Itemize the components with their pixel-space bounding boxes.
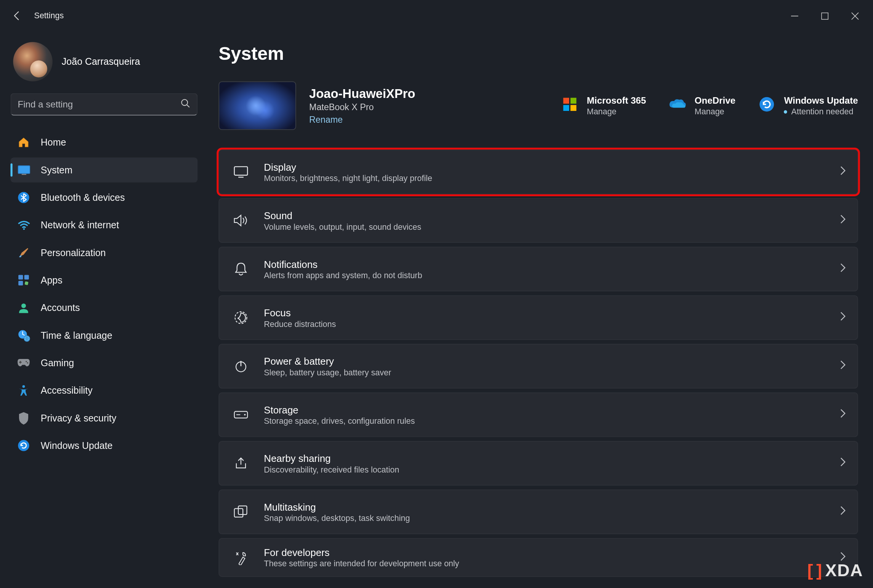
card-nearby-sharing[interactable]: Nearby sharingDiscoverability, received … [218,441,858,485]
nav-label: Network & internet [41,220,119,231]
nav-label: Accessibility [41,385,93,396]
svg-rect-12 [18,281,23,285]
watermark: []XDA [807,561,863,581]
wifi-icon [17,218,30,231]
quick-sub: Attention needed [784,107,858,116]
svg-rect-7 [21,173,26,175]
svg-rect-13 [24,281,28,285]
nav-home[interactable]: Home [11,130,198,155]
svg-point-19 [22,385,25,388]
nav-gaming[interactable]: Gaming [11,351,198,375]
nav-accounts[interactable]: Accounts [11,295,198,320]
card-sub: Storage space, drives, configuration rul… [264,417,840,426]
nav-network[interactable]: Network & internet [11,213,198,237]
apps-icon [17,274,30,287]
user-profile[interactable]: João Carrasqueira [11,37,201,93]
svg-rect-22 [570,98,576,104]
device-thumbnail[interactable] [218,82,296,130]
main-content: System Joao-HuaweiXPro MateBook X Pro Re… [200,32,872,586]
card-notifications[interactable]: NotificationsAlerts from apps and system… [218,247,858,291]
card-for-developers[interactable]: For developersThese settings are intende… [218,538,858,577]
onedrive-icon [668,95,687,114]
chevron-right-icon [840,263,846,275]
nav-apps[interactable]: Apps [11,268,198,293]
nav-bluetooth[interactable]: Bluetooth & devices [11,185,198,210]
quick-sub: Manage [695,107,735,116]
svg-point-25 [760,97,774,112]
svg-point-18 [27,362,28,364]
card-sub: Reduce distractions [264,319,840,328]
svg-point-20 [18,440,29,451]
quick-onedrive[interactable]: OneDrive Manage [668,95,735,116]
system-icon [17,163,30,176]
card-sub: Monitors, brightness, night light, displ… [264,173,840,183]
card-sub: Alerts from apps and system, do not dist… [264,271,840,280]
page-title: System [218,43,858,64]
quick-sub: Manage [587,107,646,116]
card-sub: Volume levels, output, input, sound devi… [264,222,840,231]
chevron-right-icon [840,409,846,421]
svg-rect-11 [24,275,29,280]
nav-label: Accounts [41,303,80,313]
rename-link[interactable]: Rename [309,115,415,125]
close-button[interactable] [839,5,870,26]
chevron-right-icon [840,360,846,372]
nav-accessibility[interactable]: Accessibility [11,378,198,403]
card-title: Display [264,161,840,172]
card-title: Storage [264,404,840,415]
nav-personalization[interactable]: Personalization [11,240,198,265]
nav-list: Home System Bluetooth & devices Network … [11,130,201,458]
card-power[interactable]: Power & batterySleep, battery usage, bat… [218,344,858,388]
search-box[interactable] [11,93,198,116]
card-sub: Snap windows, desktops, task switching [264,513,840,522]
person-icon [17,301,30,314]
titlebar: Settings [0,0,873,32]
card-sub: Discoverability, received files location [264,465,840,474]
avatar [13,42,52,81]
svg-point-9 [23,228,24,229]
nav-label: System [41,165,72,175]
svg-rect-1 [821,13,828,19]
card-title: Nearby sharing [264,452,840,463]
chevron-right-icon [840,312,846,324]
card-display[interactable]: DisplayMonitors, brightness, night light… [218,150,858,194]
minimize-button[interactable] [779,5,809,26]
power-icon [230,360,252,373]
card-multitasking[interactable]: MultitaskingSnap windows, desktops, task… [218,490,858,534]
card-title: Power & battery [264,355,840,366]
card-storage[interactable]: StorageStorage space, drives, configurat… [218,393,858,437]
svg-point-32 [244,414,246,415]
nav-system[interactable]: System [11,157,198,182]
svg-rect-23 [563,105,569,111]
quick-title: Microsoft 365 [587,95,646,106]
search-icon [181,98,191,110]
quick-windows-update[interactable]: Windows Update Attention needed [758,95,858,116]
device-model: MateBook X Pro [309,103,415,112]
quick-title: OneDrive [695,95,735,106]
card-focus[interactable]: FocusReduce distractions [218,295,858,340]
back-button[interactable] [3,1,32,30]
card-title: Notifications [264,258,840,269]
wrench-icon [230,550,252,565]
nav-time-language[interactable]: Time & language [11,323,198,348]
svg-rect-24 [570,105,576,111]
card-sub: Sleep, battery usage, battery saver [264,368,840,377]
nav-windows-update[interactable]: Windows Update [11,433,198,458]
paintbrush-icon [17,246,30,259]
gamepad-icon [17,356,30,369]
search-input[interactable] [18,99,180,110]
card-sound[interactable]: SoundVolume levels, output, input, sound… [218,198,858,243]
nav-label: Personalization [41,247,106,258]
maximize-button[interactable] [809,5,839,26]
svg-point-4 [181,99,188,106]
card-title: Sound [264,210,840,221]
chevron-right-icon [840,166,846,178]
svg-rect-21 [563,98,569,104]
nav-label: Bluetooth & devices [41,192,125,203]
chevron-right-icon [840,457,846,469]
microsoft365-icon [560,95,579,114]
nav-privacy[interactable]: Privacy & security [11,405,198,430]
bluetooth-icon [17,191,30,204]
focus-icon [230,311,252,325]
quick-microsoft365[interactable]: Microsoft 365 Manage [560,95,646,116]
